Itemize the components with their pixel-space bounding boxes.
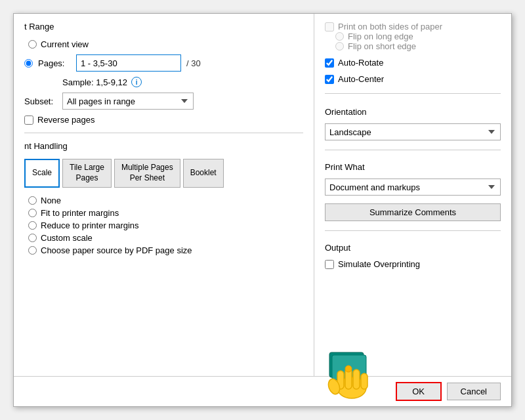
- flip-short-row: Flip on short edge: [335, 41, 501, 51]
- dialog-content: t Range Current view Pages: 1 - 3,5-30 /…: [14, 14, 511, 376]
- fit-radio[interactable]: [28, 209, 37, 217]
- auto-rotate-row: Auto-Rotate: [325, 58, 501, 68]
- fit-row: Fit to printer margins: [28, 208, 303, 218]
- orientation-dropdown[interactable]: Landscape Portrait Auto: [325, 123, 501, 140]
- pages-label: Pages:: [38, 58, 71, 68]
- fit-label: Fit to printer margins: [41, 208, 119, 218]
- pages-row: Pages: 1 - 3,5-30 / 30: [24, 54, 303, 72]
- reduce-label: Reduce to printer margins: [41, 220, 139, 230]
- flip-short-label: Flip on short edge: [348, 41, 416, 51]
- none-label: None: [41, 196, 61, 205]
- svg-point-7: [326, 377, 341, 396]
- reverse-pages-row: Reverse pages: [24, 115, 303, 125]
- subset-label: Subset:: [24, 96, 57, 106]
- print-dialog: t Range Current view Pages: 1 - 3,5-30 /…: [13, 13, 512, 407]
- handling-title: nt Handling: [24, 141, 303, 151]
- page-range-title: t Range: [24, 22, 303, 32]
- auto-center-row: Auto-Center: [325, 74, 501, 84]
- auto-center-checkbox[interactable]: [325, 75, 334, 84]
- ok-button[interactable]: OK: [396, 382, 442, 401]
- cancel-button[interactable]: Cancel: [447, 383, 501, 400]
- divider-right-2: [325, 150, 501, 150]
- output-title: Output: [325, 243, 501, 253]
- booklet-button[interactable]: Booklet: [183, 159, 224, 188]
- none-radio[interactable]: [28, 196, 37, 205]
- auto-center-label: Auto-Center: [338, 74, 384, 84]
- right-panel: Print on both sides of paper Flip on lon…: [314, 14, 511, 376]
- auto-rotate-checkbox[interactable]: [325, 58, 334, 68]
- print-both-sides-label: Print on both sides of paper: [338, 22, 442, 32]
- reduce-row: Reduce to printer margins: [28, 220, 303, 230]
- print-both-sides-checkbox[interactable]: [325, 22, 334, 32]
- current-view-radio[interactable]: [28, 40, 37, 49]
- summarize-comments-button[interactable]: Summarize Comments: [325, 203, 501, 221]
- current-view-row: Current view: [28, 39, 303, 49]
- scale-options: None Fit to printer margins Reduce to pr…: [24, 196, 303, 255]
- orientation-title: Orientation: [325, 107, 501, 117]
- custom-label: Custom scale: [41, 233, 93, 243]
- choose-paper-radio[interactable]: [28, 246, 37, 255]
- pages-radio[interactable]: [24, 59, 33, 68]
- simulate-overprinting-row: Simulate Overprinting: [325, 259, 501, 269]
- left-panel: t Range Current view Pages: 1 - 3,5-30 /…: [14, 14, 314, 376]
- reverse-pages-label: Reverse pages: [37, 115, 94, 125]
- print-both-sides-section: Print on both sides of paper Flip on lon…: [325, 22, 501, 51]
- reduce-radio[interactable]: [28, 221, 37, 230]
- dialog-footer: OK Cancel: [14, 376, 511, 406]
- current-view-label: Current view: [41, 39, 89, 49]
- flip-short-radio[interactable]: [335, 42, 344, 51]
- tile-large-button[interactable]: Tile LargePages: [62, 159, 112, 188]
- subset-row: Subset: All pages in range Even pages on…: [24, 93, 303, 110]
- svg-point-2: [337, 377, 366, 398]
- subset-dropdown[interactable]: All pages in range Even pages only Odd p…: [62, 93, 194, 110]
- svg-rect-6: [361, 373, 368, 389]
- divider-1: [24, 133, 303, 133]
- handling-buttons: Scale Tile LargePages Multiple PagesPer …: [24, 159, 303, 188]
- divider-right-1: [325, 93, 501, 94]
- sample-label: Sample: 1,5-9,12: [62, 77, 127, 87]
- print-both-sides-row: Print on both sides of paper: [325, 22, 501, 32]
- divider-right-3: [325, 230, 501, 231]
- reverse-pages-checkbox[interactable]: [24, 116, 33, 125]
- auto-rotate-label: Auto-Rotate: [338, 58, 383, 68]
- custom-row: Custom scale: [28, 233, 303, 243]
- scale-button[interactable]: Scale: [24, 159, 60, 188]
- flip-long-row: Flip on long edge: [335, 32, 501, 41]
- multiple-pages-button[interactable]: Multiple PagesPer Sheet: [114, 159, 180, 188]
- choose-paper-row: Choose paper source by PDF page size: [28, 245, 303, 255]
- print-what-title: Print What: [325, 162, 501, 172]
- simulate-overprinting-label: Simulate Overprinting: [338, 259, 420, 269]
- none-row: None: [28, 196, 303, 205]
- choose-paper-label: Choose paper source by PDF page size: [41, 245, 192, 255]
- flip-long-label: Flip on long edge: [348, 32, 413, 41]
- pages-total: / 30: [186, 58, 201, 68]
- flip-long-radio[interactable]: [335, 32, 344, 41]
- custom-radio[interactable]: [28, 234, 37, 242]
- info-icon[interactable]: i: [131, 77, 142, 87]
- print-what-dropdown[interactable]: Document and markups Document only Form …: [325, 178, 501, 196]
- pages-input[interactable]: 1 - 3,5-30: [76, 54, 181, 72]
- simulate-overprinting-checkbox[interactable]: [325, 260, 334, 269]
- sample-row: Sample: 1,5-9,12 i: [62, 77, 303, 87]
